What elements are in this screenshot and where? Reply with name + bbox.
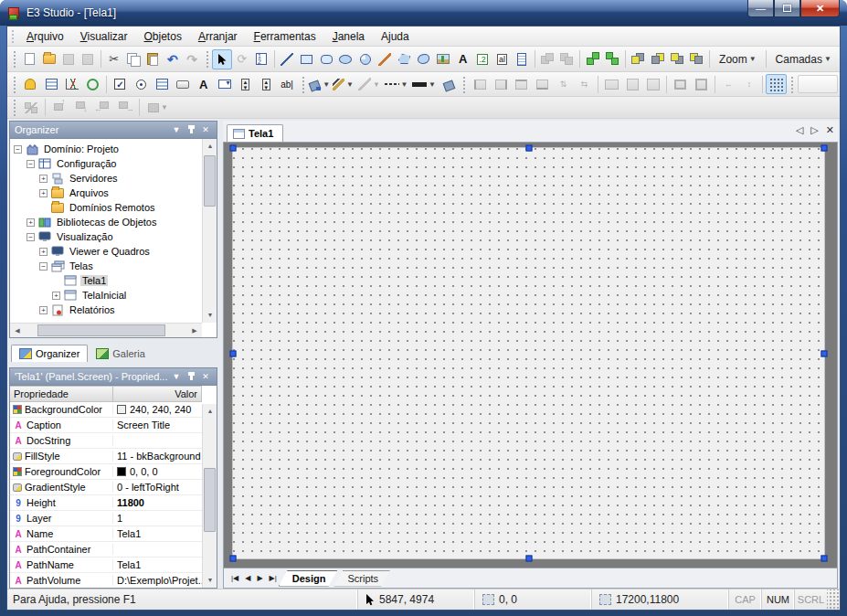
selection-handle-bottom-right[interactable] (821, 556, 828, 562)
close-button[interactable]: ✕ (800, 0, 840, 17)
property-row-pathname[interactable]: APathNameTela1 (10, 558, 217, 573)
expand-icon[interactable]: + (39, 306, 48, 314)
save-all-button[interactable] (79, 49, 98, 69)
group-button[interactable] (537, 49, 556, 69)
align-top-button[interactable] (512, 74, 533, 94)
toolbar-grip[interactable] (790, 76, 794, 93)
column-header-propriedade[interactable]: Propriedade (10, 386, 113, 402)
text-tool-button[interactable]: A (453, 49, 472, 69)
menu-ajuda[interactable]: Ajuda (373, 27, 418, 46)
ellipse-tool-button[interactable] (336, 49, 355, 69)
property-row-height[interactable]: 9Height11800 (10, 495, 217, 511)
radio-control-button[interactable] (131, 74, 152, 94)
spin-control-button[interactable]: ▲▼ (256, 74, 277, 94)
tab-design[interactable]: Design (279, 570, 340, 587)
combobox-control-button[interactable] (214, 74, 235, 94)
tree-item-tela1[interactable]: Tela1 (12, 273, 201, 288)
toolbar-grip[interactable] (13, 50, 16, 68)
restore-button[interactable] (774, 0, 800, 17)
scroll-up-icon[interactable]: ▲ (203, 404, 217, 419)
background-style-button[interactable] (438, 74, 459, 94)
arc-tool-button[interactable] (355, 49, 375, 69)
tab-galeria[interactable]: Galeria (88, 345, 153, 362)
redo-button[interactable]: ↷ (182, 49, 201, 69)
layers-dropdown[interactable]: Camadas▼ (769, 49, 838, 69)
fill-color-dropdown[interactable]: ▼ (308, 74, 330, 94)
cut-button[interactable]: ✂ (104, 49, 123, 69)
panel-close-icon[interactable]: ✕ (199, 372, 212, 381)
prev-document-icon[interactable]: ◁ (796, 124, 803, 136)
closed-curve-tool-button[interactable] (414, 49, 433, 69)
copy-button[interactable] (123, 49, 143, 69)
first-sheet-icon[interactable]: |◀ (231, 574, 238, 582)
remove-link-button[interactable] (602, 49, 621, 69)
alarm-control-button[interactable] (20, 74, 41, 94)
menu-visualizar[interactable]: Visualizar (72, 27, 136, 46)
menu-grip[interactable] (11, 29, 15, 44)
tree-item-dominios-remotos[interactable]: Domínios Remotos (12, 200, 201, 215)
tree-item-bibliotecas[interactable]: +Bibliotecas de Objetos (12, 215, 201, 229)
tree-item-visualizacao[interactable]: −Visualização (12, 229, 201, 244)
polygon-tool-button[interactable] (395, 49, 414, 69)
button-control-button[interactable] (173, 74, 194, 94)
browser-control-button[interactable] (41, 74, 62, 94)
undo-button[interactable]: ↶ (163, 49, 182, 69)
tree-item-configuracao[interactable]: −Configuração (12, 156, 201, 171)
tree-vertical-scrollbar[interactable]: ▲ ▼ (202, 139, 217, 323)
prev-sheet-icon[interactable]: ◀ (245, 574, 250, 582)
brush-color-dropdown[interactable]: ▼ (330, 74, 356, 94)
static-text-button[interactable]: A (193, 74, 214, 94)
property-row-pathvolume[interactable]: APathVolumeD:\Exemplo\Projet... (10, 573, 217, 589)
tree-item-arquivos[interactable]: +Arquivos (12, 186, 201, 200)
overlap-button[interactable] (20, 98, 42, 118)
same-size-button[interactable] (642, 74, 663, 94)
menu-arranjar[interactable]: Arranjar (190, 27, 246, 46)
align-bottom-button[interactable] (532, 74, 553, 94)
position-dropdown[interactable]: ▼ (143, 98, 174, 118)
paste-button[interactable] (143, 49, 163, 69)
checkbox-control-button[interactable]: ✓ (110, 74, 131, 94)
toolbar-grip[interactable] (206, 50, 209, 68)
toolbar-grip[interactable] (462, 76, 466, 93)
selection-handle-middle-right[interactable] (821, 350, 828, 356)
collapse-icon[interactable]: − (14, 145, 22, 154)
panel-pin-icon[interactable] (185, 372, 197, 382)
next-document-icon[interactable]: ▷ (810, 124, 818, 136)
tree-item-dominio[interactable]: −Domínio: Projeto (12, 142, 201, 156)
menu-objetos[interactable]: Objetos (136, 27, 190, 46)
column-header-valor[interactable]: Valor (113, 386, 202, 402)
textbox-tool-button[interactable]: al (492, 49, 512, 69)
tree-item-telas[interactable]: −Telas (12, 259, 201, 273)
selection-handle-middle-left[interactable] (230, 350, 237, 356)
scrollbar-thumb[interactable] (37, 324, 165, 336)
last-sheet-icon[interactable]: ▶| (270, 574, 277, 582)
collapse-icon[interactable]: − (26, 160, 35, 168)
scroll-left-icon[interactable]: ◀ (10, 324, 25, 338)
ungroup-button[interactable] (557, 49, 577, 69)
rotate-button[interactable]: ⟳ (232, 49, 251, 69)
tree-horizontal-scrollbar[interactable]: ◀ ▶ (10, 323, 202, 337)
properties-panel-header[interactable]: 'Tela1' (Panel.Screen) - Propried... ▼ ✕ (9, 367, 217, 386)
tree-item-telainicial[interactable]: +TelaInicial (12, 288, 201, 303)
document-tab-tela1[interactable]: Tela1 (227, 124, 283, 142)
chart-control-button[interactable] (61, 74, 82, 94)
align-right-button[interactable] (491, 74, 512, 94)
properties-vertical-scrollbar[interactable]: ▲ ▼ (202, 404, 217, 588)
nudge-up-button[interactable]: ↑ (48, 98, 70, 118)
expand-icon[interactable]: + (52, 292, 60, 300)
grid-toggle-button[interactable] (766, 74, 787, 94)
nudge-left-button[interactable]: ← (92, 98, 114, 118)
scrollbar-thumb[interactable] (204, 155, 216, 207)
open-file-button[interactable] (39, 49, 58, 69)
line-tool-button[interactable] (278, 49, 297, 69)
line-style-dropdown[interactable]: ▼ (382, 74, 409, 94)
panel-menu-chevron-icon[interactable]: ▼ (170, 125, 183, 134)
polyline-tool-button[interactable] (376, 49, 395, 69)
rectangle-tool-button[interactable] (297, 49, 316, 69)
rounded-rectangle-tool-button[interactable] (316, 49, 335, 69)
tab-scripts[interactable]: Scripts (334, 570, 392, 587)
screen-canvas[interactable] (232, 147, 825, 559)
select-pointer-button[interactable] (212, 49, 232, 69)
nudge-down-button[interactable]: ↓ (70, 98, 92, 118)
center-vertical-button[interactable]: ⇅ (553, 74, 574, 94)
